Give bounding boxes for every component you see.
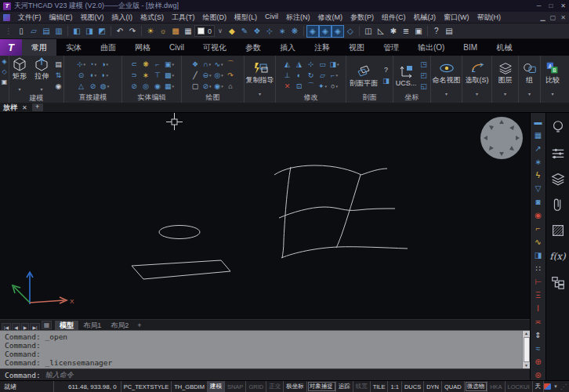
command-input[interactable]: 输入命令 [45,370,74,380]
help-tool-icon[interactable]: ? [430,25,443,38]
ribbon-tab[interactable]: BIM [454,39,487,56]
named-views-button[interactable]: 命名视图 [431,56,462,103]
modeling-side-icon[interactable]: ◉ [53,82,63,92]
scroll-down-icon[interactable]: ▼ [524,363,528,368]
panel-label-coordinates[interactable]: 坐标 [393,93,430,103]
dimension-tool-icon[interactable]: ▬ [532,115,545,129]
solid-editing-icon[interactable]: ▩ [164,70,176,81]
layout-tab[interactable]: 布局2 [106,321,133,330]
section-side-icon[interactable]: ◨ [381,75,391,85]
solid-editing-icon[interactable]: ⊂ [129,59,140,70]
close-button[interactable]: ✕ [560,2,566,9]
dimension-tool-icon[interactable]: ⊕ [532,355,545,368]
layer-color-control[interactable]: 0 [194,25,215,37]
status-toggle[interactable]: PC_TEXTSTYLE [121,381,172,392]
copy-guide-button[interactable]: 复制指导 [245,56,276,103]
dimension-tool-icon[interactable]: ≍ [532,315,545,328]
dimension-tool-icon[interactable]: Ξ [532,289,545,302]
mdi-window-control[interactable]: ▢ [550,14,556,21]
resize-grip-icon[interactable]: ⋰ [560,383,567,390]
status-toggle[interactable]: TH_GBDIM [172,381,208,392]
panel-label-section[interactable]: 剖面 [346,93,393,103]
solid-editing-icon[interactable]: ▣ [164,59,176,70]
dimension-tool-icon[interactable]: ▽ [532,182,545,195]
panel-label-modeling[interactable]: 建模 [9,94,63,103]
direct-modeling-icon[interactable]: ◑ [99,59,111,70]
status-toggle[interactable]: DYN [424,381,442,392]
group-button[interactable]: 组 [519,56,541,103]
status-chevron-icon[interactable]: ▼ [553,384,558,389]
menu-item[interactable]: 文件(F) [14,13,45,23]
panel-label-direct-modeling[interactable]: 直接建模 [64,93,121,103]
adjust-sliders-icon[interactable] [549,145,567,161]
modify-icon[interactable]: ↻ [305,70,317,81]
layout-sheet-icon[interactable]: ▦ [42,321,53,329]
menu-item[interactable]: 标注(N) [282,13,314,23]
status-toggle[interactable]: 对象捕捉 [307,381,336,392]
add-layout-button[interactable]: + [134,321,144,329]
direct-modeling-icon[interactable]: ◖ [87,70,99,81]
draw-icon[interactable]: ╱ [190,70,201,81]
ellipse-profile[interactable] [159,226,200,239]
ribbon-tab[interactable]: 管理 [374,39,408,56]
view-style-cube-icon[interactable]: ◈ [332,25,344,38]
scroll-thumb[interactable] [524,337,530,362]
edit-tool-icon[interactable]: ⊹ [263,25,276,38]
compare-button[interactable]: AB 比较 [541,56,564,103]
direct-modeling-icon[interactable]: ◔ [87,59,99,70]
toolbar-expand-chevron-icon[interactable]: ∨ [218,27,223,34]
nav-sphere[interactable] [480,117,523,159]
layout-tab[interactable]: 布局1 [78,321,106,330]
ribbon-tab[interactable]: 曲面 [91,39,125,56]
mdi-window-control[interactable]: ✕ [560,14,566,21]
direct-modeling-icon[interactable]: ◗ [99,70,111,81]
status-toggle[interactable]: 1:1 [388,381,401,392]
status-toggle[interactable]: 正交 [266,381,284,392]
modify-icon[interactable]: ⊡ [293,81,305,92]
hatch-grid-icon[interactable] [549,223,567,238]
ribbon-tab[interactable]: 常用 [22,39,56,56]
fx-expression-icon[interactable]: f(x) [549,249,567,264]
plot-tool-icon[interactable]: ◩ [96,25,108,38]
modeling-side-icon[interactable]: ⇅ [53,71,63,81]
menu-item[interactable]: 修改(M) [314,13,347,23]
modify-icon[interactable]: ✦ [317,81,328,92]
status-toggle[interactable]: 天 [533,381,545,392]
ribbon-edge-icon[interactable]: ◇ [2,68,6,75]
direct-modeling-icon[interactable]: ⊙ [75,70,87,81]
dimension-tool-icon[interactable]: ◙ [532,195,545,209]
box-button[interactable]: 矩形 [9,56,30,94]
modify-icon[interactable]: ▭ [317,59,328,70]
ribbon-tab[interactable]: 可视化 [194,39,236,56]
menu-item[interactable]: Civil [261,13,282,23]
select-button[interactable]: 选取(S) [462,56,492,103]
dimension-tool-icon[interactable]: ↗ [532,142,545,155]
undo-redo-icon[interactable]: ↷ [126,25,139,38]
status-toggle[interactable]: 追踪 [336,381,353,392]
menu-item[interactable]: 工具(T) [168,13,199,23]
scroll-up-icon[interactable]: ▲ [524,331,528,336]
paperclip-icon[interactable] [549,197,567,212]
dimension-tool-icon[interactable]: ⌐ [532,222,545,235]
dimension-tool-icon[interactable]: ◨ [532,249,545,262]
ribbon-edge-icon[interactable]: ▣ [2,78,8,85]
status-flag-icon[interactable] [544,383,551,390]
direct-modeling-icon[interactable]: ◍ [99,81,111,92]
menu-item[interactable]: 视图(V) [77,13,108,23]
modify-icon[interactable]: ⊥ [281,70,293,81]
extrude-button[interactable]: 拉伸 [31,56,52,94]
file-tool-icon[interactable]: ▥ [53,25,65,38]
view-style-cube-icon[interactable]: ◈ [319,25,332,38]
status-toggle[interactable]: 建模 [208,381,225,392]
panel-tool-icon[interactable]: ▣ [412,25,425,38]
file-tool-icon[interactable]: ▱ [27,25,40,38]
status-coordinates[interactable]: 611.48, 933.98, 0 [54,381,121,392]
ucs-side-icon[interactable]: ◳ [419,59,429,69]
panel-label-solid-editing[interactable]: 实体编辑 [122,93,181,103]
solid-editing-icon[interactable]: ⊤ [152,70,164,81]
dimension-tool-icon[interactable]: ⊢ [532,275,545,289]
panel-tool-icon[interactable]: ≣ [400,25,412,38]
dimension-tool-icon[interactable]: ϟ [532,169,545,182]
menu-item[interactable]: 格式(S) [136,13,168,23]
modify-icon[interactable]: ◮ [293,59,305,70]
